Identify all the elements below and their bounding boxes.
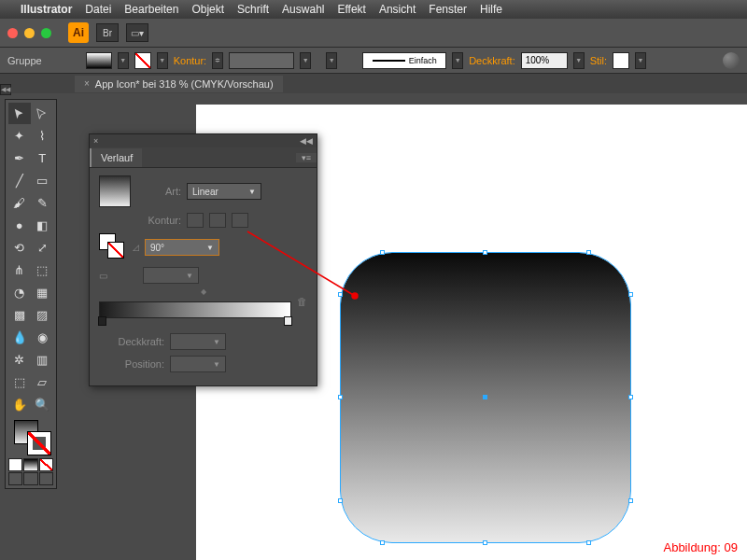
figure-caption: Abbildung: 09 — [663, 540, 738, 554]
opacity-input[interactable]: 100% — [521, 52, 568, 69]
window-controls — [7, 28, 51, 38]
deckkraft-label: Deckkraft: — [469, 55, 515, 66]
fill-swatch[interactable] — [86, 52, 112, 69]
stroke-weight-dd[interactable]: ▼ — [300, 52, 311, 69]
document-tab[interactable]: × App Icon* bei 318 % (CMYK/Vorschau) — [75, 76, 283, 92]
control-bar: Gruppe ▼ ▼ Kontur: ≑ ▼ ▼ Einfach ▼ Deckk… — [0, 47, 747, 73]
svg-line-0 — [247, 231, 355, 296]
handle[interactable] — [338, 395, 343, 399]
menu-schrift[interactable]: Schrift — [237, 3, 269, 16]
stil-label: Stil: — [590, 55, 607, 66]
close-button[interactable] — [7, 28, 18, 38]
svg-point-1 — [352, 293, 358, 299]
vsp[interactable]: ▼ — [326, 52, 337, 69]
menu-objekt[interactable]: Objekt — [191, 3, 224, 16]
zoom-button[interactable] — [41, 28, 51, 38]
handle[interactable] — [628, 395, 633, 399]
style-dd[interactable]: ▼ — [635, 52, 646, 69]
minimize-button[interactable] — [24, 28, 35, 38]
fill-stroke-indicator[interactable] — [8, 416, 53, 457]
zoom-tool[interactable]: 🔍 — [32, 394, 54, 415]
menu-auswahl[interactable]: Auswahl — [282, 3, 324, 16]
tab-close-icon[interactable]: × — [84, 78, 90, 89]
handle[interactable] — [628, 498, 633, 503]
workspace: ◀◀ ✦ ⌇ ✒ T ╱ ▭ 🖌 ✎ ● ◧ ⟲ ⤢ ⋔ ⬚ ◔ ▦ ▩ ▨ 💧… — [0, 93, 747, 560]
stroke-weight-input[interactable] — [229, 52, 294, 69]
stroke-box[interactable] — [27, 431, 51, 455]
menu-datei[interactable]: Datei — [85, 3, 111, 16]
color-mode-row[interactable] — [8, 458, 53, 471]
stroke-profile-dd[interactable]: ▼ — [452, 52, 463, 69]
menu-fenster[interactable]: Fenster — [429, 3, 467, 16]
selection-label: Gruppe — [7, 55, 42, 66]
window-titlebar: Ai Br ▭▾ — [0, 19, 747, 47]
handle[interactable] — [380, 540, 385, 545]
fill-dropdown[interactable]: ▼ — [118, 52, 129, 69]
bridge-button[interactable]: Br — [96, 23, 119, 42]
handle[interactable] — [483, 540, 487, 545]
center-handle[interactable] — [483, 395, 487, 399]
stroke-profile[interactable]: Einfach — [362, 52, 446, 69]
menu-effekt[interactable]: Effekt — [337, 3, 365, 16]
tab-title: App Icon* bei 318 % (CMYK/Vorschau) — [95, 78, 274, 90]
handle[interactable] — [628, 292, 633, 297]
handle[interactable] — [483, 250, 487, 255]
hand-tool[interactable]: ✋ — [8, 394, 31, 415]
macos-menubar: Illustrator Datei Bearbeiten Objekt Schr… — [0, 0, 747, 19]
arrange-button[interactable]: ▭▾ — [126, 23, 148, 42]
menu-ansicht[interactable]: Ansicht — [379, 3, 416, 16]
doc-setup-icon[interactable] — [723, 52, 740, 69]
stroke-dropdown[interactable]: ▼ — [157, 52, 168, 69]
screen-mode-row[interactable] — [8, 472, 53, 485]
kontur-label: Kontur: — [174, 55, 206, 66]
annotation-arrow — [0, 93, 467, 373]
artboard-tool[interactable]: ⬚ — [8, 371, 31, 393]
handle[interactable] — [338, 498, 343, 503]
menu-app[interactable]: Illustrator — [21, 3, 72, 16]
handle[interactable] — [586, 250, 591, 255]
slice-tool[interactable]: ▱ — [32, 371, 54, 393]
app-logo: Ai — [68, 22, 89, 43]
stroke-weight-stepper[interactable]: ≑ — [212, 52, 223, 69]
handle[interactable] — [586, 540, 591, 545]
menu-hilfe[interactable]: Hilfe — [480, 3, 502, 16]
menu-bearbeiten[interactable]: Bearbeiten — [124, 3, 178, 16]
opacity-dd[interactable]: ▼ — [573, 52, 585, 69]
document-tabbar: × App Icon* bei 318 % (CMYK/Vorschau) — [0, 73, 747, 93]
style-swatch[interactable] — [613, 52, 629, 69]
stroke-swatch[interactable] — [134, 52, 151, 69]
